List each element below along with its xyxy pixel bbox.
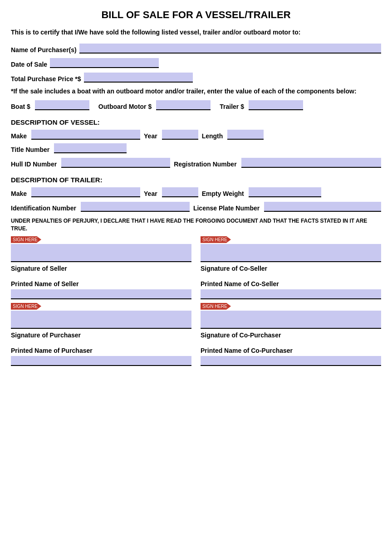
trailer-row2: Identification Number License Plate Numb… <box>11 202 381 212</box>
boat-item: Boat $ <box>11 100 89 110</box>
hull-label: Hull ID Number <box>11 161 57 168</box>
purchaser-arrow: SIGN HERE <box>11 303 191 310</box>
trailer-year-input[interactable] <box>162 187 198 197</box>
vessel-title-label: Title Number <box>11 146 49 153</box>
purchaser-sig-label: Signature of Purchaser <box>11 332 191 339</box>
trailer-make-label: Make <box>11 190 27 197</box>
coseller-arrow-icon: SIGN HERE <box>201 236 231 243</box>
trailer-plate-item: License Plate Number <box>193 202 381 212</box>
coseller-name-label: Printed Name of Co-Seller <box>201 280 381 288</box>
seller-arrow-icon: SIGN HERE <box>11 236 41 243</box>
trailer-make-item: Make <box>11 187 140 197</box>
price-label: Total Purchase Price *$ <box>11 75 81 83</box>
copurchaser-name-block: Printed Name of Co-Purchaser <box>201 344 381 366</box>
purchaser-name-field[interactable] <box>11 356 191 366</box>
purchaser-sig-field[interactable] <box>11 311 191 329</box>
date-row: Date of Sale <box>11 58 381 68</box>
hull-input[interactable] <box>61 158 170 168</box>
seller-name-block: Printed Name of Seller <box>11 278 191 299</box>
purchaser-sig-block: SIGN HERE Signature of Purchaser <box>11 303 191 341</box>
price-input[interactable] <box>84 73 193 83</box>
copurchaser-name-field[interactable] <box>201 356 381 366</box>
seller-name-label: Printed Name of Seller <box>11 280 191 288</box>
seller-arrow: SIGN HERE <box>11 236 191 243</box>
trailer-weight-label: Empty Weight <box>202 190 244 197</box>
signature-grid: SIGN HERE Signature of Seller SIGN HERE … <box>11 236 381 370</box>
vessel-length-item: Length <box>202 130 264 140</box>
trailer-amount-input[interactable] <box>249 100 303 110</box>
date-label: Date of Sale <box>11 61 47 68</box>
vessel-section-title: DESCRIPTION OF VESSEL: <box>11 118 381 126</box>
reg-input[interactable] <box>241 158 381 168</box>
copurchaser-arrow: SIGN HERE <box>201 303 381 310</box>
purchaser-input[interactable] <box>79 44 381 54</box>
reg-item: Registration Number <box>174 158 381 168</box>
coseller-name-field[interactable] <box>201 289 381 299</box>
coseller-arrow: SIGN HERE <box>201 236 381 243</box>
trailer-plate-input[interactable] <box>264 202 381 212</box>
trailer-make-input[interactable] <box>31 187 140 197</box>
outboard-input[interactable] <box>156 100 211 110</box>
outboard-label: Outboard Motor $ <box>98 103 152 110</box>
purchaser-label: Name of Purchaser(s) <box>11 46 77 54</box>
perjury-text: UNDER PENALTIES OF PERJURY, I DECLARE TH… <box>11 217 381 233</box>
vessel-length-input[interactable] <box>227 130 264 140</box>
vessel-title-item: Title Number <box>11 143 127 153</box>
seller-sig-label: Signature of Seller <box>11 265 191 272</box>
coseller-sig-field[interactable] <box>201 244 381 262</box>
trailer-amount-item: Trailer $ <box>220 100 303 110</box>
price-row: Total Purchase Price *$ <box>11 73 381 83</box>
vessel-make-label: Make <box>11 132 27 140</box>
seller-name-field[interactable] <box>11 289 191 299</box>
trailer-section-title: DESCRIPTION OF TRAILER: <box>11 176 381 184</box>
components-note: *If the sale includes a boat with an out… <box>11 87 381 96</box>
trailer-plate-label: License Plate Number <box>193 205 260 212</box>
boat-label: Boat $ <box>11 103 30 110</box>
copurchaser-sig-field[interactable] <box>201 311 381 329</box>
vessel-year-input[interactable] <box>162 130 198 140</box>
purchaser-name-block: Printed Name of Purchaser <box>11 344 191 366</box>
hull-item: Hull ID Number <box>11 158 170 168</box>
trailer-amount-label: Trailer $ <box>220 103 244 110</box>
trailer-weight-input[interactable] <box>249 187 321 197</box>
intro-text: This is to certify that I/We have sold t… <box>11 28 381 37</box>
vessel-make-input[interactable] <box>31 130 140 140</box>
copurchaser-arrow-icon: SIGN HERE <box>201 303 231 310</box>
vessel-length-label: Length <box>202 132 223 140</box>
trailer-year-item: Year <box>144 187 198 197</box>
boat-input[interactable] <box>35 100 89 110</box>
vessel-year-item: Year <box>144 130 198 140</box>
purchaser-arrow-icon: SIGN HERE <box>11 303 41 310</box>
seller-sig-field[interactable] <box>11 244 191 262</box>
vessel-row2: Hull ID Number Registration Number <box>11 158 381 168</box>
copurchaser-sig-label: Signature of Co-Purchaser <box>201 332 381 339</box>
page-title: BILL OF SALE FOR A VESSEL/TRAILER <box>11 9 381 21</box>
trailer-year-label: Year <box>144 190 157 197</box>
coseller-name-block: Printed Name of Co-Seller <box>201 278 381 299</box>
purchaser-row: Name of Purchaser(s) <box>11 44 381 54</box>
trailer-id-label: Identification Number <box>11 205 76 212</box>
vessel-title-input[interactable] <box>54 143 127 153</box>
trailer-id-item: Identification Number <box>11 202 190 212</box>
vessel-row1: Make Year Length Title Number <box>11 130 381 153</box>
purchaser-name-label: Printed Name of Purchaser <box>11 347 191 354</box>
trailer-id-input[interactable] <box>81 202 190 212</box>
copurchaser-sig-block: SIGN HERE Signature of Co-Purchaser <box>201 303 381 341</box>
coseller-sig-block: SIGN HERE Signature of Co-Seller <box>201 236 381 274</box>
seller-sig-block: SIGN HERE Signature of Seller <box>11 236 191 274</box>
boat-row: Boat $ Outboard Motor $ Trailer $ <box>11 100 381 110</box>
trailer-row1: Make Year Empty Weight <box>11 187 381 197</box>
coseller-sig-label: Signature of Co-Seller <box>201 265 381 272</box>
trailer-weight-item: Empty Weight <box>202 187 381 197</box>
outboard-item: Outboard Motor $ <box>98 100 211 110</box>
date-input[interactable] <box>50 58 159 68</box>
vessel-year-label: Year <box>144 132 157 140</box>
reg-label: Registration Number <box>174 161 236 168</box>
copurchaser-name-label: Printed Name of Co-Purchaser <box>201 347 381 354</box>
vessel-make-item: Make <box>11 130 140 140</box>
